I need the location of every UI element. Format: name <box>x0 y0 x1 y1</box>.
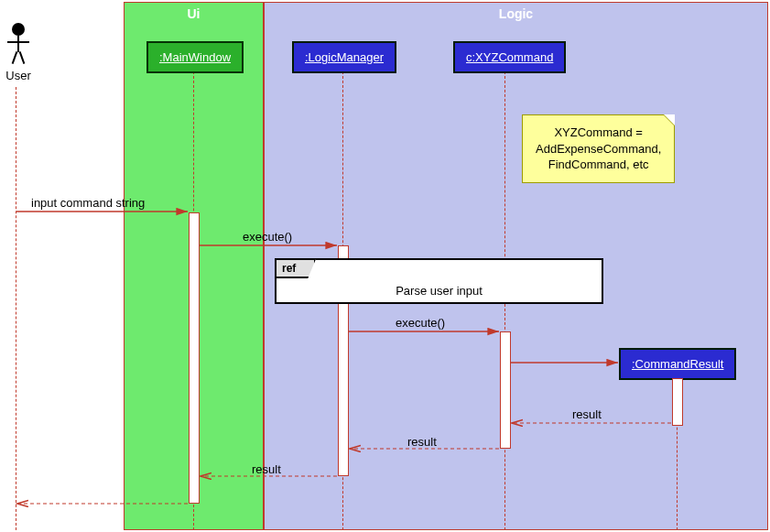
actor-user-label: User <box>0 69 37 82</box>
user-icon <box>5 23 32 69</box>
msg-execute2: execute() <box>396 316 445 330</box>
region-ui-label: Ui <box>188 6 201 21</box>
activation-xyzcommand <box>500 331 511 449</box>
ref-label: Parse user input <box>277 260 602 305</box>
msg-result3: result <box>252 462 281 476</box>
note-line2: AddExpenseCommand, <box>536 142 661 156</box>
note-xyzcommand: XYZCommand = AddExpenseCommand, FindComm… <box>522 114 675 183</box>
note-line1: XYZCommand = <box>554 125 642 139</box>
lifeline-commandresult: :CommandResult <box>619 348 736 380</box>
activation-commandresult <box>672 378 683 426</box>
msg-result2: result <box>407 435 437 449</box>
note-line3: FindCommand, etc <box>548 157 649 171</box>
msg-input: input command string <box>31 196 145 210</box>
lifeline-mainwindow: :MainWindow <box>146 41 244 73</box>
lifeline-user-dash <box>16 87 16 530</box>
msg-result1: result <box>572 407 602 421</box>
lifeline-xyzcommand: c:XYZCommand <box>453 41 566 73</box>
activation-mainwindow <box>189 212 200 504</box>
region-logic-label: Logic <box>499 6 533 21</box>
msg-execute1: execute() <box>243 230 292 244</box>
actor-user: User <box>0 23 37 82</box>
ref-frame: ref Parse user input <box>275 258 603 304</box>
lifeline-logicmanager: :LogicManager <box>292 41 396 73</box>
